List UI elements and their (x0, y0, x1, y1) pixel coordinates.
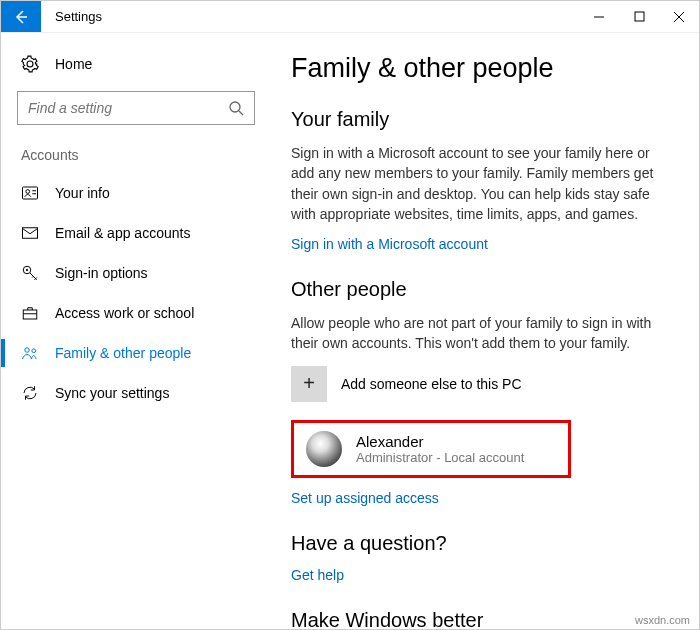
sidebar-item-email[interactable]: Email & app accounts (1, 213, 271, 253)
close-icon (673, 11, 685, 23)
svg-rect-0 (635, 12, 644, 21)
user-role: Administrator - Local account (356, 450, 524, 465)
add-someone-label: Add someone else to this PC (341, 376, 522, 392)
avatar (306, 431, 342, 467)
person-card-icon (21, 184, 39, 202)
watermark: wsxdn.com (635, 614, 690, 626)
titlebar: Settings (1, 1, 699, 33)
user-account-card[interactable]: Alexander Administrator - Local account (291, 420, 571, 478)
svg-point-9 (32, 349, 36, 353)
sidebar-item-label: Family & other people (55, 345, 191, 361)
section-question-title: Have a question? (291, 532, 671, 555)
sidebar-item-label: Your info (55, 185, 110, 201)
svg-point-6 (26, 269, 28, 271)
search-icon (228, 100, 244, 116)
window-title: Settings (41, 1, 579, 32)
svg-rect-7 (23, 310, 37, 319)
section-other-people-title: Other people (291, 278, 671, 301)
sidebar-item-family[interactable]: Family & other people (1, 333, 271, 373)
people-icon (21, 344, 39, 362)
search-input[interactable] (28, 100, 228, 116)
user-name: Alexander (356, 433, 524, 450)
assigned-access-link[interactable]: Set up assigned access (291, 490, 439, 506)
back-button[interactable] (1, 1, 41, 32)
svg-point-1 (230, 102, 240, 112)
sidebar-item-sync[interactable]: Sync your settings (1, 373, 271, 413)
window-controls (579, 1, 699, 32)
sidebar-item-label: Sign-in options (55, 265, 148, 281)
page-title: Family & other people (291, 53, 671, 84)
sidebar: Home Accounts Your info Email & app acco… (1, 33, 271, 629)
search-box[interactable] (17, 91, 255, 125)
home-label: Home (55, 56, 92, 72)
minimize-icon (593, 11, 605, 23)
your-family-body: Sign in with a Microsoft account to see … (291, 143, 671, 224)
minimize-button[interactable] (579, 1, 619, 32)
home-button[interactable]: Home (1, 45, 271, 83)
section-label: Accounts (1, 143, 271, 173)
maximize-button[interactable] (619, 1, 659, 32)
add-someone-button[interactable]: + Add someone else to this PC (291, 366, 671, 402)
briefcase-icon (21, 304, 39, 322)
svg-point-8 (25, 348, 30, 353)
main-content: Family & other people Your family Sign i… (271, 33, 699, 629)
sign-in-ms-link[interactable]: Sign in with a Microsoft account (291, 236, 488, 252)
sidebar-item-label: Sync your settings (55, 385, 169, 401)
svg-rect-4 (23, 228, 38, 239)
section-your-family-title: Your family (291, 108, 671, 131)
key-icon (21, 264, 39, 282)
plus-icon: + (291, 366, 327, 402)
sync-icon (21, 384, 39, 402)
sidebar-item-signin[interactable]: Sign-in options (1, 253, 271, 293)
arrow-left-icon (13, 9, 29, 25)
mail-icon (21, 224, 39, 242)
svg-rect-2 (23, 187, 38, 199)
sidebar-item-work-school[interactable]: Access work or school (1, 293, 271, 333)
other-people-body: Allow people who are not part of your fa… (291, 313, 671, 354)
sidebar-item-label: Access work or school (55, 305, 194, 321)
sidebar-item-your-info[interactable]: Your info (1, 173, 271, 213)
gear-icon (21, 55, 39, 73)
svg-point-3 (26, 190, 30, 194)
get-help-link[interactable]: Get help (291, 567, 344, 583)
maximize-icon (634, 11, 645, 22)
close-button[interactable] (659, 1, 699, 32)
section-better-title: Make Windows better (291, 609, 671, 629)
sidebar-item-label: Email & app accounts (55, 225, 190, 241)
